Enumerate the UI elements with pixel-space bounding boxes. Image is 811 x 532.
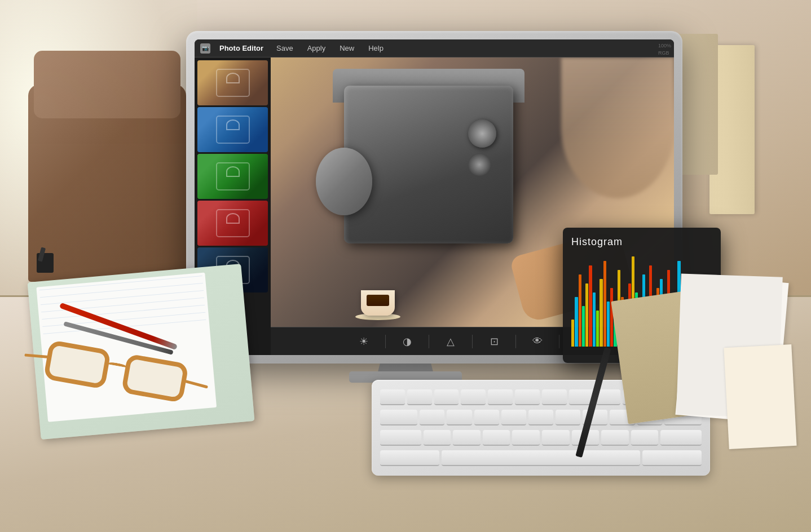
key bbox=[483, 430, 510, 446]
machine-knob-1 bbox=[468, 119, 496, 148]
histogram-bar bbox=[575, 297, 578, 347]
crop-tool[interactable]: ⊡ bbox=[484, 331, 504, 352]
toolbar-divider-1 bbox=[385, 335, 386, 348]
key bbox=[461, 389, 486, 405]
toolbar-divider-5 bbox=[559, 335, 559, 348]
thumb-image-2 bbox=[197, 107, 268, 152]
key-row-4 bbox=[380, 450, 702, 467]
chair bbox=[28, 85, 186, 282]
menu-new[interactable]: New bbox=[334, 42, 360, 55]
key bbox=[380, 410, 417, 425]
glasses-frame-left bbox=[43, 340, 111, 389]
menu-help[interactable]: Help bbox=[363, 42, 389, 55]
modifier-key-2 bbox=[642, 450, 702, 466]
machine-group-head bbox=[316, 148, 372, 215]
histogram-bar bbox=[579, 274, 581, 347]
glasses-frame-right bbox=[121, 353, 189, 403]
key-row-3 bbox=[380, 429, 702, 447]
thumbnail-2[interactable] bbox=[197, 107, 268, 152]
machine-shape-1 bbox=[216, 69, 250, 97]
histogram-bar bbox=[603, 261, 606, 347]
app-icon: 📷 bbox=[200, 43, 210, 54]
toolbar-divider-4 bbox=[515, 335, 516, 348]
background-person bbox=[561, 57, 674, 198]
histogram-bar bbox=[596, 311, 599, 347]
key bbox=[380, 430, 421, 446]
key bbox=[660, 430, 702, 446]
machine-body bbox=[299, 69, 558, 283]
key bbox=[542, 430, 570, 446]
histogram-bar bbox=[593, 292, 596, 347]
histogram-bar bbox=[585, 283, 588, 347]
machine-main-body bbox=[344, 86, 513, 243]
key bbox=[420, 410, 444, 425]
key bbox=[424, 430, 451, 446]
binder-clip bbox=[37, 253, 56, 278]
histogram-bar bbox=[582, 306, 585, 347]
paper-line bbox=[40, 283, 203, 298]
histogram-bar bbox=[600, 279, 602, 347]
key bbox=[501, 410, 526, 425]
thumb-image-3 bbox=[197, 154, 268, 199]
machine-shape-4 bbox=[216, 209, 250, 237]
histogram-bar bbox=[571, 320, 574, 347]
key bbox=[488, 389, 513, 405]
key bbox=[631, 430, 659, 446]
menu-save[interactable]: Save bbox=[271, 42, 299, 55]
folder-binder-2 bbox=[678, 34, 718, 175]
machine-shape-3 bbox=[216, 162, 250, 190]
coffee-cup bbox=[361, 290, 395, 316]
thumb-machine-icon-2 bbox=[197, 107, 268, 152]
machine-shape-2 bbox=[216, 116, 250, 144]
coffee-liquid bbox=[367, 295, 389, 306]
modifier-key bbox=[380, 450, 439, 466]
brightness-tool[interactable]: ☀ bbox=[354, 331, 374, 352]
paper-line bbox=[41, 290, 204, 305]
spacebar bbox=[442, 450, 640, 466]
thumbnail-1[interactable] bbox=[197, 60, 268, 105]
key bbox=[380, 389, 405, 405]
menu-apply[interactable]: Apply bbox=[302, 42, 332, 55]
glasses-bridge bbox=[107, 361, 127, 369]
thumb-machine-icon-4 bbox=[197, 201, 268, 246]
key bbox=[601, 430, 629, 446]
key bbox=[434, 389, 459, 405]
histogram-title: Histogram bbox=[571, 236, 712, 248]
receipt-paper bbox=[724, 344, 796, 449]
key bbox=[542, 389, 567, 405]
machine-knob-2 bbox=[468, 153, 491, 176]
key bbox=[453, 430, 481, 446]
key bbox=[515, 389, 540, 405]
thumbnail-3[interactable] bbox=[197, 154, 268, 199]
app-title: Photo Editor bbox=[215, 42, 268, 55]
contrast-tool[interactable]: ◑ bbox=[397, 331, 417, 352]
triangle-tool[interactable]: △ bbox=[440, 331, 461, 352]
thumb-image-1 bbox=[197, 60, 268, 105]
key bbox=[556, 410, 580, 425]
toolbar-divider-2 bbox=[429, 335, 429, 348]
thumb-machine-icon-3 bbox=[197, 154, 268, 199]
histogram-bar bbox=[607, 302, 610, 347]
key bbox=[528, 410, 553, 425]
thumb-machine-icon-1 bbox=[197, 60, 268, 105]
histogram-bar bbox=[589, 265, 592, 347]
key bbox=[407, 389, 432, 405]
eye-tool[interactable]: 👁 bbox=[527, 331, 548, 352]
thumb-image-4 bbox=[197, 201, 268, 246]
key bbox=[447, 410, 471, 425]
menu-bar: 📷 Photo Editor Save Apply New Help 100% … bbox=[195, 39, 674, 57]
key bbox=[512, 430, 540, 446]
toolbar-divider-3 bbox=[472, 335, 473, 348]
thumbnail-4[interactable] bbox=[197, 201, 268, 246]
key bbox=[474, 410, 499, 425]
